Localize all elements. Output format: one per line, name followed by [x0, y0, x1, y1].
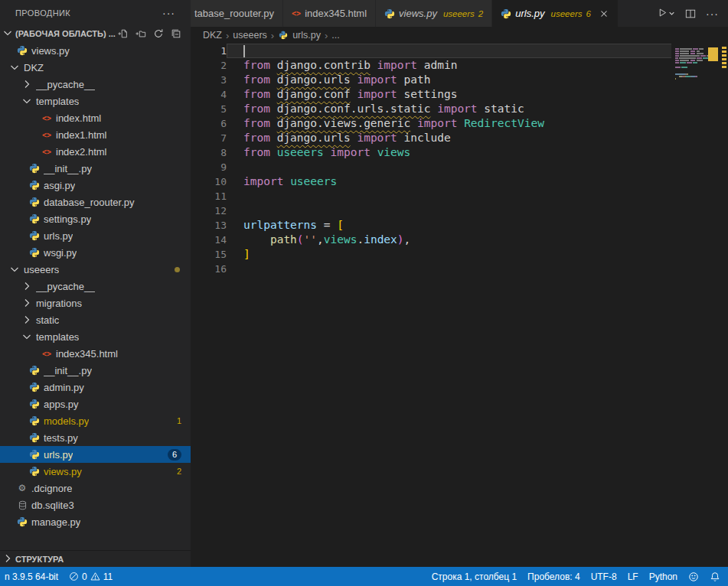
line-number[interactable]: 12: [191, 203, 227, 218]
line-number[interactable]: 11: [191, 189, 227, 203]
tree-file-admin.py[interactable]: admin.py: [0, 379, 191, 396]
code-line-7[interactable]: 7from django.urls import include: [191, 131, 728, 145]
tab-urls.py[interactable]: urls.pyuseeers6: [492, 0, 619, 27]
breadcrumb-item-symbol[interactable]: ...: [331, 30, 339, 41]
tree-file-asgi.py[interactable]: asgi.py: [0, 177, 191, 194]
outline-section-header[interactable]: СТРУКТУРА: [0, 550, 191, 567]
collapse-all-icon[interactable]: [171, 28, 181, 39]
code-editor[interactable]: 12from django.contrib import admin3from …: [191, 44, 728, 567]
line-number[interactable]: 2: [191, 58, 227, 73]
tree-folder-useeers[interactable]: useeers: [0, 261, 191, 278]
modified-dot: [175, 267, 180, 272]
tree-file-urls.py[interactable]: urls.py: [0, 227, 191, 244]
tree-file-models.py[interactable]: models.py1: [0, 412, 191, 429]
tree-file-views.py[interactable]: views.py: [0, 42, 191, 59]
code-line-9[interactable]: 9: [191, 160, 728, 174]
tree-folder-migrations[interactable]: migrations: [0, 295, 191, 311]
tab-description: useeers: [443, 9, 475, 18]
tree-file-db.sqlite3[interactable]: db.sqlite3: [0, 496, 191, 513]
split-editor-button[interactable]: [685, 8, 696, 19]
line-number[interactable]: 5: [191, 102, 227, 116]
workspace-section-header[interactable]: (РАБОЧАЯ ОБЛАСТЬ) ...: [0, 25, 191, 42]
tree-file-.dcignore[interactable]: ⚙.dcignore: [0, 480, 191, 496]
line-number[interactable]: 7: [191, 131, 227, 145]
line-number[interactable]: 10: [191, 174, 227, 189]
problems-status[interactable]: 0 11: [69, 567, 113, 586]
encoding-status[interactable]: UTF-8: [591, 567, 617, 586]
eol-status[interactable]: LF: [628, 567, 638, 586]
line-number[interactable]: 15: [191, 247, 227, 262]
code-line-3[interactable]: 3from django.urls import path: [191, 73, 728, 87]
line-number[interactable]: 1: [191, 44, 227, 58]
code-line-5[interactable]: 5from django.conf.urls.static import sta…: [191, 102, 728, 116]
minimap[interactable]: [671, 44, 728, 567]
tree-file-index345.html[interactable]: <>index345.html: [0, 345, 191, 362]
warning-triangle-icon: [90, 571, 100, 581]
code-line-16[interactable]: 16: [191, 262, 728, 276]
code-text: [227, 262, 728, 276]
new-folder-icon[interactable]: [135, 28, 146, 39]
code-line-10[interactable]: 10import useeers: [191, 174, 728, 189]
feedback-smiley-icon[interactable]: [688, 567, 699, 586]
new-file-icon[interactable]: [118, 28, 129, 39]
line-number[interactable]: 6: [191, 116, 227, 131]
tab-views.py[interactable]: views.pyuseeers2: [376, 0, 492, 27]
minimap-warning-mark: [708, 59, 718, 61]
cursor-position-status[interactable]: Строка 1, столбец 1: [432, 567, 517, 586]
tree-file-wsgi.py[interactable]: wsgi.py: [0, 244, 191, 261]
tree-file-index2.html[interactable]: <>index2.html: [0, 143, 191, 160]
tree-folder-__pycache__[interactable]: __pycache__: [0, 278, 191, 295]
line-number[interactable]: 16: [191, 262, 227, 276]
code-line-1[interactable]: 1: [191, 44, 728, 58]
refresh-icon[interactable]: [153, 28, 164, 39]
tree-file-__init__.py[interactable]: __init__.py: [0, 362, 191, 379]
code-line-8[interactable]: 8from useeers import views: [191, 145, 728, 160]
tree-file-index.html[interactable]: <>index.html: [0, 109, 191, 126]
indentation-status[interactable]: Пробелов: 4: [527, 567, 580, 586]
tree-folder-__pycache__[interactable]: __pycache__: [0, 76, 191, 93]
tree-file-views.py[interactable]: views.py2: [0, 463, 191, 480]
code-line-2[interactable]: 2from django.contrib import admin: [191, 58, 728, 73]
code-line-13[interactable]: 13urlpatterns = [: [191, 218, 728, 233]
tab-index345.html[interactable]: <>index345.html: [283, 0, 376, 27]
tree-item-label: index.html: [56, 112, 101, 124]
code-line-15[interactable]: 15]: [191, 247, 728, 262]
line-number[interactable]: 4: [191, 87, 227, 102]
notifications-bell-icon[interactable]: [710, 567, 720, 586]
line-number[interactable]: 3: [191, 73, 227, 87]
tree-file-urls.py[interactable]: urls.py6: [0, 446, 191, 463]
line-number[interactable]: 14: [191, 233, 227, 247]
tree-file-tests.py[interactable]: tests.py: [0, 429, 191, 446]
close-icon[interactable]: [599, 8, 609, 19]
run-button[interactable]: [658, 7, 675, 21]
tree-file-manage.py[interactable]: manage.py: [0, 513, 191, 530]
tree-file-apps.py[interactable]: apps.py: [0, 396, 191, 412]
code-text: from django.urls import include: [227, 131, 728, 145]
editor-more-button[interactable]: ···: [706, 8, 719, 19]
tree-file-settings.py[interactable]: settings.py: [0, 210, 191, 227]
breadcrumb-item-useeers[interactable]: useeers: [233, 30, 266, 41]
code-line-14[interactable]: 14 path('',views.index),: [191, 233, 728, 247]
tab-tabase_roouter.py[interactable]: tabase_roouter.py: [191, 0, 283, 27]
code-line-4[interactable]: 4from django.conf import settings: [191, 87, 728, 102]
tree-item-label: index1.html: [56, 129, 106, 141]
line-number[interactable]: 13: [191, 218, 227, 233]
code-line-12[interactable]: 12: [191, 203, 728, 218]
breadcrumb-item-urls-py[interactable]: urls.py: [292, 30, 321, 41]
breadcrumb-item-dkz[interactable]: DKZ: [203, 30, 222, 41]
language-mode-status[interactable]: Python: [649, 567, 677, 586]
line-number[interactable]: 8: [191, 145, 227, 160]
tree-folder-static[interactable]: static: [0, 311, 191, 328]
python-version-status[interactable]: n 3.9.5 64-bit: [5, 567, 58, 586]
tree-file-database_roouter.py[interactable]: database_roouter.py: [0, 194, 191, 210]
code-line-6[interactable]: 6from django.views.generic import Redire…: [191, 116, 728, 131]
code-line-11[interactable]: 11: [191, 189, 728, 203]
explorer-more-button[interactable]: ···: [162, 8, 175, 18]
tree-file-__init__.py[interactable]: __init__.py: [0, 160, 191, 177]
error-count: 0: [82, 571, 87, 582]
tree-folder-DKZ[interactable]: DKZ: [0, 59, 191, 76]
tree-folder-templates[interactable]: templates: [0, 93, 191, 109]
line-number[interactable]: 9: [191, 160, 227, 174]
tree-folder-templates[interactable]: templates: [0, 328, 191, 345]
tree-file-index1.html[interactable]: <>index1.html: [0, 126, 191, 143]
